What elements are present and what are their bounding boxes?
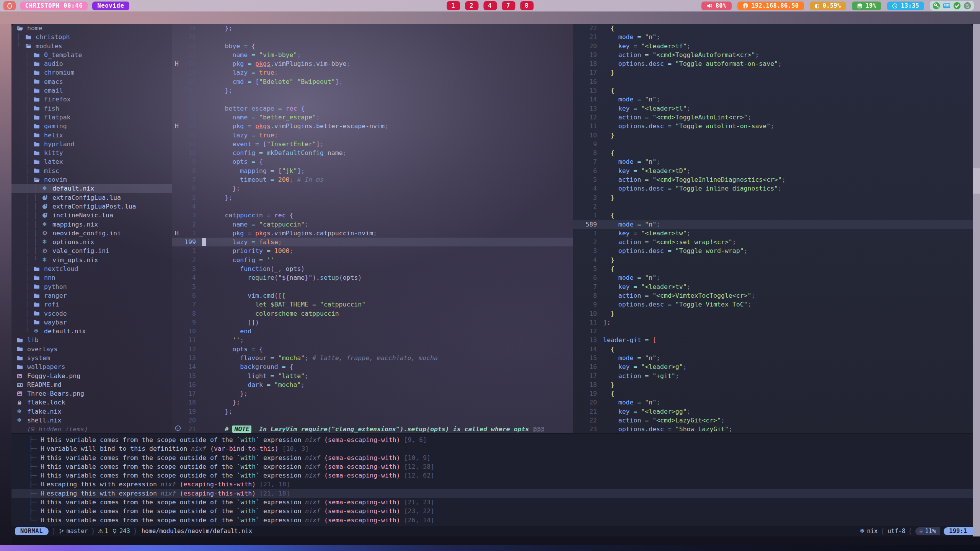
warning-count[interactable]: ⚠ 1 (98, 528, 108, 535)
window-scrollbar[interactable] (973, 24, 980, 536)
tree-item-python[interactable]: │python (11, 282, 172, 291)
tree-item-Three-Bears.png[interactable]: Three-Bears.png (11, 389, 172, 398)
code-line[interactable]: 5 action = "<cmd>ToggleInlineDiagnostics… (573, 175, 973, 184)
code-line[interactable]: 12 lazy = true; (172, 131, 573, 140)
tree-item-mappings.nix[interactable]: ││❄mappings.nix (11, 220, 172, 229)
code-line[interactable]: 12 action = "<cmd>ToggleAutoLint<cr>"; (573, 113, 973, 122)
tree-item-christoph[interactable]: │christoph (11, 33, 172, 41)
tree-item-default.nix[interactable]: ││❄default.nix (11, 184, 172, 193)
code-line[interactable]: 2 name = "catppuccin"; (172, 220, 573, 229)
code-line[interactable]: 13 key = "<leader>tl"; (573, 104, 973, 113)
tree-item-chromium[interactable]: │chromium (11, 68, 172, 77)
code-line[interactable]: 7 key = "<leader>tv"; (573, 282, 973, 291)
diagnostic-row[interactable]: ├─Hthis variable comes from the scope ou… (11, 471, 973, 480)
tree-item-firefox[interactable]: │firefox (11, 95, 172, 104)
tree-item-extraConfigLuaPost.lua[interactable]: ││extraConfigLuaPost.lua (11, 202, 172, 211)
code-line[interactable]: 7 timeout = 200; # In ms (172, 175, 573, 184)
code-line[interactable]: 11 ''; (172, 336, 573, 344)
tree-item-rofi[interactable]: │rofi (11, 300, 172, 309)
code-line[interactable]: 16 (172, 95, 573, 104)
code-line[interactable]: 16 (573, 77, 973, 86)
code-line[interactable]: 1 priority = 1000; (172, 246, 573, 255)
tree-item-extraConfigLua.lua[interactable]: ││extraConfigLua.lua (11, 193, 172, 202)
tree-item-shell.nix[interactable]: ❄shell.nix (11, 416, 172, 425)
code-line[interactable]: 8 colorscheme catppuccin (172, 309, 573, 318)
workspace-button-8[interactable]: 8 (520, 1, 533, 10)
tree-item-wallpapers[interactable]: wallpapers (11, 362, 172, 371)
tree-item-vscode[interactable]: │vscode (11, 309, 172, 318)
tree-item-system[interactable]: system (11, 354, 172, 362)
code-line[interactable]: 4 } (573, 256, 973, 264)
hint-count[interactable]: 243 (112, 528, 130, 535)
code-line[interactable]: 10 } (573, 309, 973, 318)
tree-item-home[interactable]: home (11, 24, 172, 33)
code-line[interactable]: 16 key = "<leader>g"; (573, 362, 973, 371)
code-line[interactable]: 4 require("${name}").setup(opts) (172, 273, 573, 282)
check-tray-icon[interactable] (953, 2, 961, 10)
code-line[interactable]: 21 name = "vim-bbye"; (172, 51, 573, 59)
code-line[interactable]: 6 }; (172, 184, 573, 193)
code-line[interactable]: 21 key = "<leader>gg"; (573, 407, 973, 416)
tree-item-vale_config.ini[interactable]: ││⚙vale_config.ini (11, 246, 172, 255)
code-line[interactable]: 9 (573, 140, 973, 148)
tree-item-flake.lock[interactable]: flake.lock (11, 398, 172, 407)
code-line[interactable]: 5 (172, 282, 573, 291)
code-line[interactable]: H13 pkg = pkgs.vimPlugins.better-escape-… (172, 122, 573, 130)
code-line[interactable]: 9 options.desc = "Toggle Vimtex ToC"; (573, 300, 973, 309)
code-line[interactable]: 13leader-git = [ (573, 336, 973, 344)
code-line[interactable]: 10 config = mkDefaultConfig name; (172, 148, 573, 157)
code-line[interactable]: 2 config = '' (172, 256, 573, 264)
tree-item-misc[interactable]: │misc (11, 166, 172, 175)
nixos-logo-badge[interactable] (3, 1, 16, 10)
code-line[interactable]: 589 mode = "n"; (573, 220, 973, 229)
tree-item-emacs[interactable]: │emacs (11, 77, 172, 86)
code-line[interactable]: 11]; (573, 318, 973, 327)
tree-item-ranger[interactable]: │ranger (11, 291, 172, 300)
diagnostic-row[interactable]: ├─Hthis variable comes from the scope ou… (11, 498, 973, 507)
code-line[interactable]: 9 opts = { (172, 157, 573, 166)
tree-item-latex[interactable]: │latex (11, 157, 172, 166)
diagnostic-row[interactable]: ├─Hthis variable comes from the scope ou… (11, 453, 973, 462)
code-line[interactable]: 3 } (573, 193, 973, 202)
code-line[interactable]: 6 vim.cmd([[ (172, 291, 573, 300)
tree-item-audio[interactable]: │audio (11, 59, 172, 68)
code-line[interactable]: 6 mode = "n"; (573, 273, 973, 282)
code-line[interactable]: 20 key = "<leader>tf"; (573, 42, 973, 51)
workspace-button-4[interactable]: 4 (483, 1, 497, 10)
tree-item-inclineNavic.lua[interactable]: ││inclineNavic.lua (11, 211, 172, 220)
diagnostic-row[interactable]: └─Hthis variable comes from the scope ou… (11, 516, 973, 525)
tree-item-modules[interactable]: └modules (11, 42, 172, 51)
code-line[interactable]: 14 mode = "n"; (573, 95, 973, 104)
code-line[interactable]: 17 action = "+git"; (573, 372, 973, 380)
tree-item-neovide_config.ini[interactable]: ││⚙neovide_config.ini (11, 229, 172, 238)
code-line[interactable]: 19 }; (172, 407, 573, 416)
tree-item-waybar[interactable]: │waybar (11, 318, 172, 327)
code-line[interactable]: 8 mapping = ["jk"]; (172, 166, 573, 175)
code-line[interactable]: 17 } (573, 68, 973, 77)
code-line[interactable]: 15 mode = "n"; (573, 354, 973, 362)
code-line[interactable]: 11 options.desc = "Toggle autolint-on-sa… (573, 122, 973, 130)
code-line[interactable]: 21 # NOTE In LazyVim require("clang_exte… (172, 425, 573, 433)
code-line[interactable]: 3 options.desc = "Toggle word-wrap"; (573, 246, 973, 255)
code-line[interactable]: 24 }; (172, 24, 573, 33)
code-line[interactable]: 14 { (573, 345, 973, 354)
code-line[interactable]: 6 key = "<leader>tD"; (573, 166, 973, 175)
code-line[interactable]: 11 event = ["InsertEnter"]; (172, 140, 573, 148)
code-line[interactable]: 18 }; (172, 398, 573, 407)
tree-item-vim_opts.nix[interactable]: │└❄vim_opts.nix (11, 256, 172, 264)
diagnostic-row[interactable]: ├─Hescaping this with expression nixf (e… (11, 480, 973, 489)
diagnostic-row[interactable]: ├─Hthis variable comes from the scope ou… (11, 507, 973, 515)
code-line[interactable]: 13 flavour = "mocha"; # latte, frappe, m… (172, 354, 573, 362)
code-line[interactable]: 2 action = "<cmd>:set wrap!<cr>"; (573, 238, 973, 246)
code-line[interactable]: 23 (172, 33, 573, 41)
code-line[interactable]: 7 let $BAT_THEME = "catppuccin" (172, 300, 573, 309)
git-branch[interactable]: master (59, 528, 88, 535)
tree-item-flatpak[interactable]: │flatpak (11, 113, 172, 122)
code-line[interactable]: 10 } (573, 131, 973, 140)
code-line[interactable]: 9 ]]) (172, 318, 573, 327)
code-line[interactable]: 4 (172, 202, 573, 211)
tree-item-fish[interactable]: │fish (11, 104, 172, 113)
keyboard-tray-icon[interactable] (943, 2, 951, 10)
tree-item-lib[interactable]: lib (11, 336, 172, 344)
spotify-tray-icon[interactable] (964, 2, 971, 10)
